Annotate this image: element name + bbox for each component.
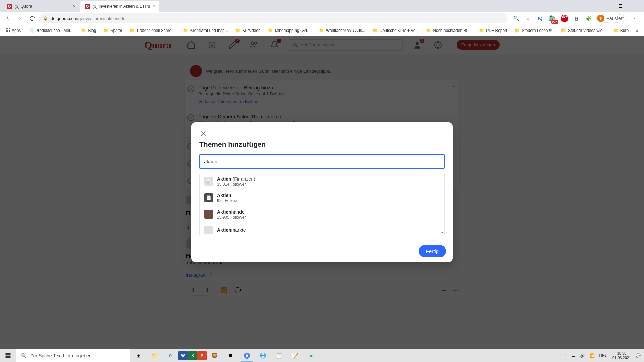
profile-button[interactable]: T Pausiert [596, 14, 627, 23]
modal-overlay[interactable]: Themen hinzufügen 📈 Aktien (Finanzen) 35… [0, 36, 644, 349]
suggestion-rest: handel [231, 209, 246, 215]
tray-expand-icon[interactable]: ˄ [562, 349, 569, 362]
bookmark-item[interactable]: Steuern Videos wic... [557, 27, 609, 34]
search-placeholder: Zur Suche Text hier eingeben [30, 353, 92, 358]
done-button[interactable]: Fertig [419, 245, 446, 257]
maximize-button[interactable] [612, 1, 628, 11]
topic-suggestion[interactable]: Aktienhandel 15.905 Follower [200, 206, 444, 223]
back-button[interactable] [3, 13, 13, 23]
explorer-icon[interactable]: 📁 [146, 349, 162, 362]
bookmark-item[interactable]: PDF Report [476, 27, 511, 34]
extension-icon[interactable]: ▦ [572, 14, 581, 23]
topic-search-input[interactable] [200, 155, 444, 168]
folder-icon [515, 28, 520, 33]
wifi-icon[interactable]: 📶 [588, 349, 597, 362]
bookmark-item[interactable]: Noch hochladen Bu... [423, 27, 475, 34]
extension-badge-icon[interactable]: 🛍️ 99+ [548, 14, 557, 23]
chrome-icon[interactable] [239, 349, 255, 362]
bookmark-item[interactable]: Später [100, 27, 125, 34]
folder-icon [479, 28, 484, 33]
bookmark-item[interactable]: Blog [77, 27, 99, 34]
extensions-puzzle-icon[interactable]: 🧩 [584, 14, 593, 23]
bookmark-item[interactable]: Deutsche Kurs + Vo... [369, 27, 422, 34]
folder-icon [561, 28, 566, 33]
url-field[interactable]: 🔒 de.quora.com/q/investiereninaktienetfs [39, 13, 507, 23]
notifications-icon[interactable]: 💬 [634, 349, 643, 362]
suggestion-followers: 922 Follower [217, 198, 240, 203]
brave-icon[interactable]: 🦁 [207, 349, 223, 362]
bookmark-label: Später [110, 28, 122, 33]
bookmark-item[interactable]: Steuern Lesen !!!! [511, 27, 557, 34]
topic-suggestion[interactable]: 📈 Aktien (Finanzen) 35.014 Follower [200, 173, 444, 190]
star-icon[interactable]: ☆ [524, 14, 533, 23]
browser-chrome: Q (3) Quora × Q (3) Investieren in Aktie… [0, 0, 644, 36]
close-modal-button[interactable] [198, 128, 209, 139]
bookmark-apps[interactable]: Apps [3, 27, 24, 34]
extension-abp-icon[interactable]: ABP [560, 14, 569, 23]
powerpoint-icon[interactable]: P [197, 351, 207, 360]
folder-icon [183, 28, 188, 33]
folder-icon [613, 28, 618, 33]
bookmark-label: Deutsche Kurs + Vo... [380, 28, 419, 33]
bookmark-label: Kreativität und Insp... [190, 28, 228, 33]
folder-icon [130, 28, 135, 33]
bookmark-item[interactable]: Kreativität und Insp... [180, 27, 231, 34]
bookmark-item[interactable]: Kursideen [232, 27, 264, 34]
svg-rect-16 [6, 356, 8, 358]
minimize-button[interactable] [596, 1, 612, 11]
bookmark-item[interactable]: 📄Produktsuche - Mer... [25, 27, 77, 34]
suggestion-bold: Aktien [217, 209, 231, 215]
volume-icon[interactable]: 🔊 [578, 349, 587, 362]
obs-icon[interactable]: ⏺ [223, 349, 239, 362]
modal-title: Themen hinzufügen [191, 139, 453, 154]
reload-button[interactable] [27, 13, 37, 23]
bookmark-item[interactable]: Büro [610, 27, 632, 34]
zoom-icon[interactable]: 🔍 [512, 14, 521, 23]
folder-icon [81, 28, 86, 33]
edge-legacy-icon[interactable]: e [162, 349, 178, 362]
suggestion-rest: märkte [231, 227, 246, 233]
badge-count: 99+ [551, 20, 558, 24]
topic-icon [204, 210, 213, 219]
task-view-icon[interactable]: ⊞ [130, 349, 146, 362]
excel-icon[interactable]: X [188, 351, 197, 360]
taskbar-search[interactable]: 🔍 Zur Suche Text hier eingeben [16, 349, 130, 362]
close-icon[interactable]: × [73, 4, 76, 9]
topic-suggestion[interactable]: Aktienmärkte [200, 223, 444, 236]
edge-icon[interactable]: 🌐 [255, 349, 271, 362]
new-tab-button[interactable]: + [161, 1, 171, 11]
onedrive-icon[interactable]: ☁ [569, 349, 577, 362]
bookmark-overflow[interactable]: » [633, 27, 642, 34]
dropdown-arrow-icon[interactable]: ▾ [441, 231, 443, 234]
extension-iq-icon[interactable]: IQ [536, 14, 545, 23]
bookmark-label: Steuern Videos wic... [568, 28, 606, 33]
suggestion-followers: 35.014 Follower [217, 182, 255, 187]
folder-icon [373, 28, 378, 33]
language-indicator[interactable]: DEU [597, 349, 610, 362]
close-icon[interactable]: × [153, 4, 155, 9]
bookmark-label: Apps [12, 28, 21, 33]
tab-investieren[interactable]: Q (3) Investieren in Aktien & ETF's × [80, 1, 159, 12]
clock[interactable]: 18:38 01.03.2021 [610, 349, 633, 362]
start-button[interactable] [0, 349, 16, 362]
tab-quora[interactable]: Q (3) Quora × [3, 1, 80, 12]
search-icon: 🔍 [21, 353, 27, 358]
folder-icon [319, 28, 324, 33]
close-window-button[interactable] [629, 1, 644, 11]
notepad-icon[interactable]: 📝 [287, 349, 303, 362]
bookmark-item[interactable]: Professionell Schrei... [126, 27, 179, 34]
bookmark-label: PDF Report [486, 28, 507, 33]
suggestion-bold: Aktien [217, 227, 231, 233]
topic-suggestion[interactable]: 📄 Aktien 922 Follower [200, 190, 444, 206]
bookmark-item[interactable]: Mindmapping (Gru... [265, 27, 315, 34]
bookmark-label: Professionell Schrei... [137, 28, 176, 33]
menu-icon[interactable]: ⋮ [630, 14, 639, 23]
forward-button[interactable] [15, 13, 25, 23]
bookmark-item[interactable]: Wahlfächer WU Aus... [316, 27, 369, 34]
app-icon[interactable]: 📋 [271, 349, 287, 362]
svg-rect-1 [619, 5, 622, 8]
page-icon: 📄 [28, 28, 33, 33]
word-icon[interactable]: W [178, 351, 188, 360]
taskbar-apps: ⊞ 📁 e W X P 🦁 ⏺ 🌐 📋 📝 ● [130, 349, 319, 362]
spotify-icon[interactable]: ● [303, 349, 319, 362]
